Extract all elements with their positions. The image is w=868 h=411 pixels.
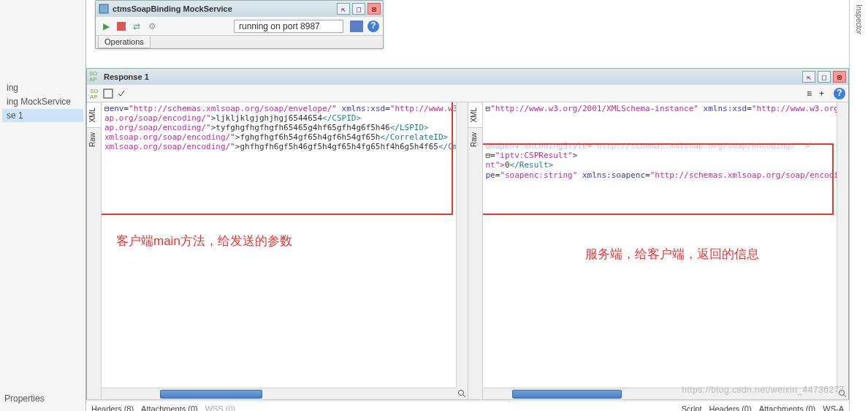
tab-attachments-right[interactable]: Attachments (0) xyxy=(759,404,816,412)
close-button[interactable]: ⊠ xyxy=(833,71,846,83)
request-xml-view[interactable]: ⊟env="http://schemas.xmlsoap.org/soap/en… xyxy=(102,102,468,399)
help-icon[interactable]: ? xyxy=(834,88,845,99)
sidebar-item-selected[interactable]: se 1 xyxy=(2,109,83,122)
vtab-raw[interactable]: Raw xyxy=(468,127,482,151)
port-indicator xyxy=(350,20,363,32)
sidebar-item[interactable]: ing xyxy=(2,81,83,94)
plus-icon[interactable]: + xyxy=(819,88,829,99)
properties-header[interactable]: Properties xyxy=(4,393,45,404)
highlight-box-right xyxy=(483,143,834,215)
port-status: running on port 8987 xyxy=(234,20,343,33)
response-title: Response 1 xyxy=(101,72,802,81)
v-scrollbar[interactable] xyxy=(837,102,848,388)
v-scrollbar[interactable] xyxy=(456,102,468,388)
mockservice-title: ctmsSoapBinding MockService xyxy=(110,4,337,13)
inspector-panel[interactable]: Inspector xyxy=(849,0,868,411)
svg-rect-0 xyxy=(99,4,108,13)
vtab-xml[interactable]: XML xyxy=(87,102,101,127)
request-pane: XML Raw ⊟env="http://schemas.xmlsoap.org… xyxy=(87,102,468,399)
dock-button[interactable]: ⇱ xyxy=(802,71,815,83)
inspector-label: Inspector xyxy=(855,4,863,34)
main-area: ctmsSoapBinding MockService ⇱ □ ⊠ ▶ ⇄ ⚙ … xyxy=(86,0,849,411)
watermark: https://blog.csdn.net/weixin_44736277 xyxy=(682,385,845,395)
play-button[interactable]: ▶ xyxy=(99,20,113,33)
response-bottom-tabs: Headers (8) Attachments (0) WSS (0) Scri… xyxy=(87,399,848,411)
annotation-right: 服务端，给客户端，返回的信息 xyxy=(585,246,759,263)
response-window: SOAP Response 1 ⇱ □ ⊠ SOAP ≡ + ? xyxy=(86,68,849,400)
maximize-button[interactable]: □ xyxy=(352,3,365,15)
mockservice-window: ctmsSoapBinding MockService ⇱ □ ⊠ ▶ ⇄ ⚙ … xyxy=(95,0,384,49)
svg-point-2 xyxy=(458,391,463,396)
response-xml-view[interactable]: ⊟"http://www.w3.org/2001/XMLSchema-insta… xyxy=(483,102,849,399)
tab-headers-right[interactable]: Headers (0) xyxy=(709,404,752,412)
add-icon[interactable]: ≡ xyxy=(807,88,817,99)
svg-line-5 xyxy=(844,395,846,397)
tab-wsa[interactable]: WS-A xyxy=(823,404,844,412)
tab-attachments-left[interactable]: Attachments (0) xyxy=(141,404,198,412)
stop-button[interactable] xyxy=(115,20,128,33)
navigator-sidebar: ing ing MockService se 1 Properties xyxy=(0,0,86,411)
h-scrollbar[interactable] xyxy=(102,388,456,399)
help-icon[interactable]: ? xyxy=(368,20,379,32)
vtab-raw[interactable]: Raw xyxy=(87,127,101,151)
tab-headers-left[interactable]: Headers (8) xyxy=(91,404,134,412)
highlight-box-left xyxy=(102,102,453,215)
response-pane: XML Raw ⊟"http://www.w3.org/2001/XMLSche… xyxy=(468,102,849,399)
response-vtabs: XML Raw xyxy=(468,102,483,399)
soap-label-icon: SOAP xyxy=(90,88,100,99)
operations-tab[interactable]: Operations xyxy=(98,36,151,48)
cycle-button[interactable]: ⇄ xyxy=(130,20,143,33)
response-titlebar[interactable]: SOAP Response 1 ⇱ □ ⊠ xyxy=(87,69,848,85)
close-button[interactable]: ⊠ xyxy=(368,3,381,15)
response-toolbar: SOAP ≡ + ? xyxy=(87,85,848,102)
dock-button[interactable]: ⇱ xyxy=(337,3,350,15)
tab-wss[interactable]: WSS (0) xyxy=(205,404,236,412)
svg-line-3 xyxy=(463,395,465,397)
annotation-left: 客户端main方法，给发送的参数 xyxy=(116,233,292,249)
svg-rect-1 xyxy=(104,89,113,98)
mockservice-icon xyxy=(98,3,110,15)
maximize-button[interactable]: □ xyxy=(818,71,831,83)
validate-icon[interactable] xyxy=(116,88,126,99)
mockservice-toolbar: ▶ ⇄ ⚙ running on port 8987 ? xyxy=(96,17,383,36)
search-icon[interactable] xyxy=(456,388,468,399)
request-vtabs: XML Raw xyxy=(87,102,102,399)
mockservice-titlebar[interactable]: ctmsSoapBinding MockService ⇱ □ ⊠ xyxy=(96,1,383,17)
sidebar-item[interactable]: ing MockService xyxy=(2,95,83,108)
recreate-icon[interactable] xyxy=(103,88,113,99)
tab-script[interactable]: Script xyxy=(681,404,701,412)
settings-button[interactable]: ⚙ xyxy=(145,20,159,33)
vtab-xml[interactable]: XML xyxy=(468,102,482,127)
response-icon: SOAP xyxy=(89,71,101,83)
